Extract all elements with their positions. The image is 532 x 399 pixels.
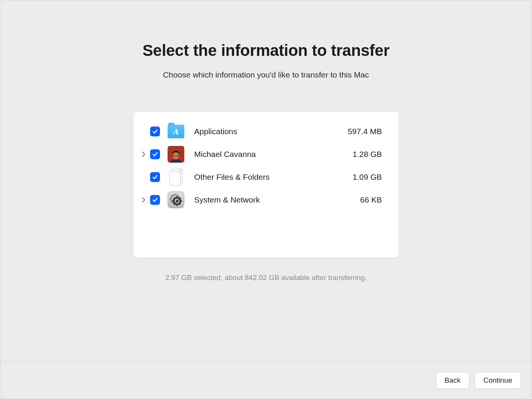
page-title: Select the information to transfer: [142, 41, 390, 60]
item-size: 1.28 GB: [353, 150, 382, 159]
page-subtitle: Choose which information you'd like to t…: [163, 70, 369, 79]
item-size: 597.4 MB: [348, 127, 382, 136]
continue-button[interactable]: Continue: [475, 372, 521, 389]
back-button[interactable]: Back: [436, 372, 469, 389]
checkbox-other-files[interactable]: [150, 172, 160, 182]
item-label: Other Files & Folders: [194, 173, 350, 182]
disclosure-chevron[interactable]: [140, 197, 147, 203]
checkbox-user[interactable]: [150, 149, 160, 159]
user-avatar-icon: [168, 146, 184, 163]
item-label: Applications: [194, 127, 345, 136]
list-item: System & Network 66 KB: [140, 188, 382, 211]
applications-folder-icon: A: [168, 123, 184, 140]
item-label: System & Network: [194, 195, 357, 204]
list-item: A Applications 597.4 MB: [140, 120, 382, 143]
transfer-items-panel: A Applications 597.4 MB: [133, 112, 399, 258]
svg-point-12: [176, 200, 179, 203]
checkbox-applications[interactable]: [150, 127, 160, 136]
item-label: Michael Cavanna: [194, 150, 350, 159]
status-text: 2.97 GB selected, about 842.02 GB availa…: [165, 274, 367, 282]
settings-gear-icon: [168, 192, 184, 208]
files-icon: [168, 169, 184, 185]
footer-bar: Back Continue: [0, 361, 532, 399]
disclosure-chevron[interactable]: [140, 152, 147, 157]
list-item: Michael Cavanna 1.28 GB: [140, 143, 382, 166]
item-size: 1.09 GB: [353, 173, 382, 182]
checkbox-system-network[interactable]: [150, 195, 160, 205]
item-size: 66 KB: [360, 195, 382, 204]
list-item: Other Files & Folders 1.09 GB: [140, 166, 382, 188]
